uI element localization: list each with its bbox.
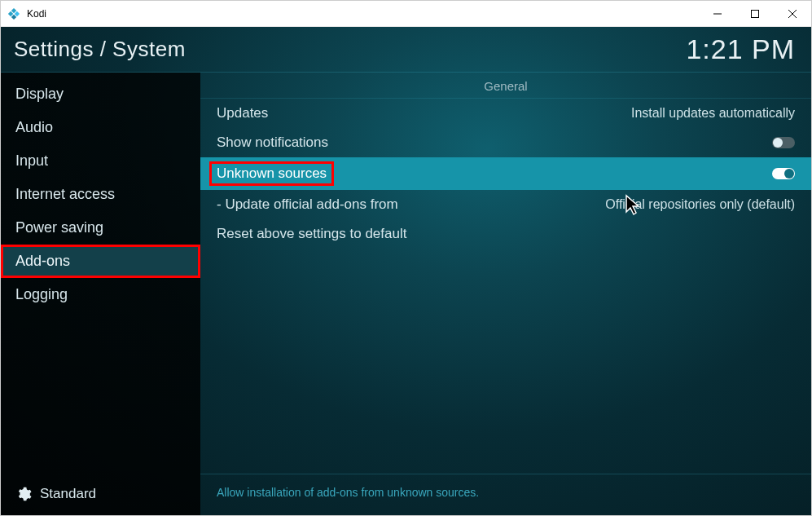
sidebar-item-add-ons[interactable]: Add-ons: [1, 245, 200, 278]
row-label: Unknown sources: [212, 164, 331, 183]
row-value: Install updates automatically: [631, 106, 795, 121]
toggle-show-notifications[interactable]: [772, 137, 795, 148]
sidebar-item-display[interactable]: Display: [1, 77, 200, 111]
sidebar-item-audio[interactable]: Audio: [1, 111, 200, 144]
window-controls: [699, 1, 811, 27]
row-label: - Update official add-ons from: [217, 196, 398, 213]
app-window: Kodi Settings / System 1:21 PM Display A…: [0, 0, 812, 516]
row-update-official-addons[interactable]: - Update official add-ons from Official …: [200, 190, 811, 219]
sidebar-item-label: Power saving: [15, 219, 103, 236]
row-label: Reset above settings to default: [217, 226, 406, 242]
sidebar-item-label: Internet access: [15, 186, 115, 202]
sidebar-item-input[interactable]: Input: [1, 144, 200, 178]
gear-icon: [15, 486, 32, 502]
header: Settings / System 1:21 PM: [1, 27, 811, 73]
section-header: General: [200, 73, 811, 99]
settings-level-button[interactable]: Standard: [1, 474, 200, 515]
footer-hint: Allow installation of add-ons from unkno…: [200, 474, 811, 515]
svg-rect-2: [8, 11, 13, 15]
settings-level-label: Standard: [40, 486, 96, 502]
svg-rect-1: [15, 11, 20, 15]
row-value: Official repositories only (default): [605, 197, 795, 212]
sidebar-item-logging[interactable]: Logging: [1, 278, 200, 311]
sidebar: Display Audio Input Internet access Powe…: [1, 73, 200, 515]
row-label: Show notifications: [217, 135, 328, 151]
row-label: Updates: [217, 105, 268, 121]
row-show-notifications[interactable]: Show notifications: [200, 128, 811, 157]
sidebar-item-power-saving[interactable]: Power saving: [1, 211, 200, 245]
window-title: Kodi: [27, 8, 699, 20]
svg-rect-0: [11, 7, 16, 12]
toggle-unknown-sources[interactable]: [772, 168, 795, 179]
app-body: Settings / System 1:21 PM Display Audio …: [1, 27, 811, 515]
row-reset-defaults[interactable]: Reset above settings to default: [200, 219, 811, 249]
sidebar-item-label: Add-ons: [15, 253, 70, 269]
breadcrumb: Settings / System: [14, 37, 186, 62]
maximize-button[interactable]: [736, 1, 774, 27]
titlebar: Kodi: [1, 1, 811, 27]
sidebar-item-internet-access[interactable]: Internet access: [1, 178, 200, 211]
sidebar-items: Display Audio Input Internet access Powe…: [1, 73, 200, 474]
sidebar-item-label: Logging: [15, 286, 68, 302]
sidebar-item-label: Input: [15, 152, 48, 169]
settings-rows: Updates Install updates automatically Sh…: [200, 99, 811, 474]
close-button[interactable]: [774, 1, 811, 27]
sidebar-item-label: Audio: [15, 119, 53, 135]
svg-rect-3: [11, 14, 16, 19]
minimize-button[interactable]: [699, 1, 736, 27]
row-unknown-sources[interactable]: Unknown sources: [200, 157, 811, 190]
sidebar-item-label: Display: [15, 86, 64, 102]
clock: 1:21 PM: [686, 33, 795, 65]
svg-rect-5: [752, 10, 759, 17]
main: Display Audio Input Internet access Powe…: [1, 73, 811, 515]
kodi-logo-icon: [7, 7, 20, 20]
content: General Updates Install updates automati…: [200, 73, 811, 515]
row-updates[interactable]: Updates Install updates automatically: [200, 99, 811, 128]
